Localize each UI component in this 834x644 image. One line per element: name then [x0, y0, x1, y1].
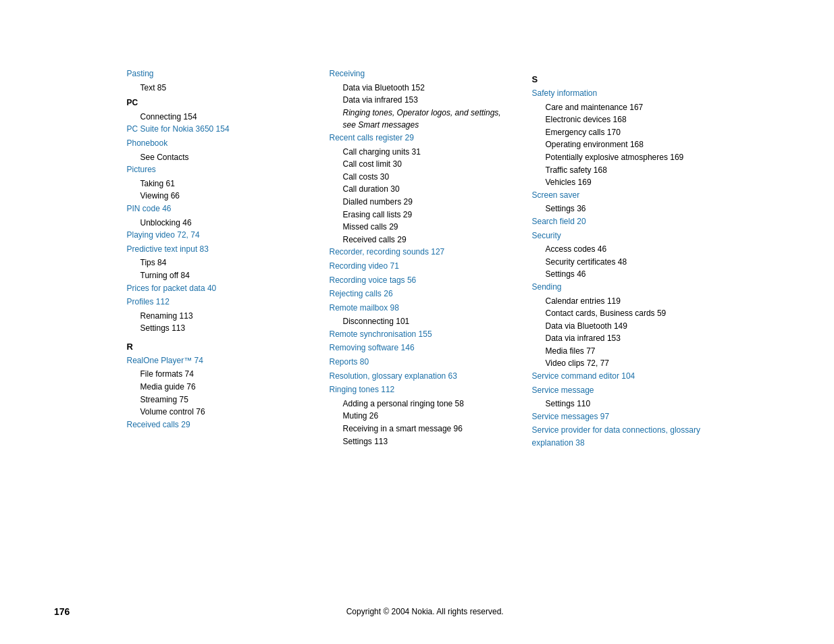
list-item: Service command editor 104	[532, 370, 708, 383]
index-text: Unblocking 46	[140, 218, 192, 227]
list-item: Removing software 146	[330, 342, 505, 354]
page: PastingText 85PCConnecting 154PC Suite f…	[0, 0, 834, 644]
index-link[interactable]: Reports 80	[330, 357, 369, 367]
list-item: Received calls 29	[330, 234, 505, 246]
index-link[interactable]: Recording voice tags 56	[330, 275, 417, 285]
index-section-label: PC	[127, 98, 138, 107]
index-link[interactable]: Received calls 29	[127, 420, 190, 429]
list-item: Adding a personal ringing tone 58	[330, 398, 505, 410]
list-item: Pictures	[127, 163, 303, 176]
list-item: Predictive text input 83	[127, 243, 303, 256]
footer-copyright: Copyright © 2004 Nokia. All rights reser…	[70, 607, 780, 616]
index-text: Settings 113	[140, 323, 186, 333]
list-item: Calendar entries 119	[532, 295, 708, 308]
list-item: Rejecting calls 26	[330, 288, 505, 300]
list-item: Data via Bluetooth 149	[532, 320, 708, 333]
list-item: Settings 113	[127, 322, 303, 335]
list-item: Search field 20	[532, 215, 708, 228]
index-text: Disconnecting 101	[343, 317, 410, 326]
list-item: Settings 110	[532, 398, 708, 410]
index-link[interactable]: Service provider for data connections, g…	[532, 425, 700, 448]
index-link[interactable]: Sending	[532, 282, 562, 292]
index-text: Media files 77	[546, 346, 596, 356]
list-item: Received calls 29	[127, 419, 303, 431]
index-link[interactable]: Safety information	[532, 88, 598, 98]
index-link[interactable]: Playing video 72, 74	[127, 230, 200, 240]
index-text: Video clips 72, 77	[546, 358, 610, 368]
index-link[interactable]: Search field 20	[532, 217, 586, 226]
index-link[interactable]: Ringing tones 112	[330, 385, 395, 394]
index-link[interactable]: Screen saver	[532, 190, 580, 200]
index-link[interactable]: Recent calls register 29	[330, 133, 414, 142]
index-text: Settings 113	[343, 437, 388, 446]
list-item: Renaming 113	[127, 310, 303, 323]
list-item: Operating environment 168	[532, 138, 708, 151]
index-link[interactable]: Receiving	[330, 69, 365, 78]
index-link[interactable]: Recorder, recording sounds 127	[330, 247, 445, 257]
index-link[interactable]: Recording video 71	[330, 261, 399, 271]
index-link[interactable]: Removing software 146	[330, 343, 415, 352]
index-link[interactable]: Service command editor 104	[532, 371, 635, 381]
index-link[interactable]: Rejecting calls 26	[330, 289, 393, 298]
index-text: Viewing 66	[140, 191, 180, 200]
list-item: Tips 84	[127, 257, 303, 269]
index-link[interactable]: Pictures	[127, 165, 156, 174]
index-text: Data via Bluetooth 152	[343, 83, 425, 92]
list-item: Settings 113	[330, 435, 505, 448]
list-item: See Contacts	[127, 151, 303, 164]
list-item: RealOne Player™ 74	[127, 354, 303, 367]
index-link[interactable]: RealOne Player™ 74	[127, 356, 203, 365]
columns-wrapper: PastingText 85PCConnecting 154PC Suite f…	[113, 68, 721, 451]
index-link[interactable]: Pasting	[127, 69, 154, 78]
index-text: Receiving in a smart message 96	[343, 424, 463, 433]
index-link[interactable]: Remote mailbox 98	[330, 303, 399, 313]
index-link[interactable]: Phonebook	[127, 138, 168, 148]
list-item: PC	[127, 97, 303, 109]
index-text: Settings 36	[546, 204, 586, 213]
index-text: Connecting 154	[140, 112, 197, 122]
index-text: Volume control 76	[140, 407, 205, 417]
index-link[interactable]: Security	[532, 231, 561, 240]
list-item: Call cost limit 30	[330, 158, 505, 171]
index-text: Turning off 84	[140, 271, 190, 280]
list-item: Settings 36	[532, 203, 708, 215]
index-text: Muting 26	[343, 411, 379, 421]
list-item: Receiving	[330, 68, 505, 80]
list-item: Data via Bluetooth 152	[330, 82, 505, 95]
index-text: Potentially explosive atmospheres 169	[546, 153, 684, 162]
list-item: Electronic devices 168	[532, 113, 708, 126]
list-item: Call costs 30	[330, 171, 505, 184]
index-link[interactable]: PC Suite for Nokia 3650 154	[127, 124, 230, 134]
index-text: Contact cards, Business cards 59	[546, 308, 667, 318]
index-link[interactable]: PIN code 46	[127, 204, 172, 213]
index-text: Call costs 30	[343, 172, 390, 182]
list-item: Missed calls 29	[330, 221, 505, 234]
list-item: Receiving in a smart message 96	[330, 423, 505, 435]
index-link[interactable]: Prices for packet data 40	[127, 284, 217, 293]
list-item: Disconnecting 101	[330, 315, 505, 328]
index-link[interactable]: Predictive text input 83	[127, 244, 209, 254]
index-link[interactable]: Profiles 112	[127, 297, 170, 306]
index-text: Data via infrared 153	[343, 95, 418, 105]
index-link[interactable]: Service message	[532, 385, 594, 395]
list-item: Reports 80	[330, 356, 505, 369]
index-text: Missed calls 29	[343, 222, 398, 232]
index-text: Call charging units 31	[343, 147, 421, 157]
list-item: Contact cards, Business cards 59	[532, 307, 708, 320]
index-link[interactable]: Resolution, glossary explanation 63	[330, 371, 457, 381]
list-item: Ringing tones, Operator logos, and setti…	[330, 107, 505, 132]
index-text: Media guide 76	[140, 382, 196, 392]
index-text: Call cost limit 30	[343, 159, 402, 169]
index-text: Access codes 46	[546, 244, 607, 254]
list-item: Vehicles 169	[532, 176, 708, 189]
list-item: Service messages 97	[532, 410, 708, 423]
list-item: Volume control 76	[127, 406, 303, 419]
list-item: Resolution, glossary explanation 63	[330, 370, 505, 383]
list-item: Call charging units 31	[330, 146, 505, 159]
index-text: Erasing call lists 29	[343, 210, 413, 219]
index-link[interactable]: Service messages 97	[532, 412, 610, 421]
index-text: Tips 84	[140, 258, 167, 267]
index-link[interactable]: Remote synchronisation 155	[330, 329, 432, 339]
list-item: Pasting	[127, 68, 303, 80]
index-text: Data via Bluetooth 149	[546, 321, 627, 331]
